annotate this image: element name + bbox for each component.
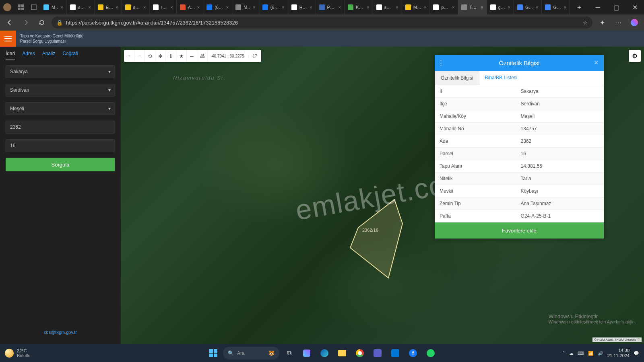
new-tab-button[interactable]: ＋: [570, 0, 588, 14]
browser-tab[interactable]: (6) F×: [259, 0, 288, 14]
weather-widget[interactable]: 22°C Bulutlu: [0, 348, 35, 358]
browser-tab[interactable]: Mic×: [40, 0, 67, 14]
map-settings-button[interactable]: ⚙: [629, 50, 641, 62]
tab-close-icon[interactable]: ×: [508, 5, 510, 10]
browser-tab[interactable]: rebl×: [150, 0, 177, 14]
tab-close-icon[interactable]: ×: [481, 5, 483, 10]
language-icon[interactable]: ⌨: [578, 351, 584, 356]
tab-close-icon[interactable]: ×: [143, 5, 146, 10]
copilot-taskbar-icon[interactable]: [299, 345, 315, 361]
browser-tab[interactable]: Rab×: [288, 0, 316, 14]
tab-close-icon[interactable]: ×: [282, 5, 284, 10]
tab-close-icon[interactable]: ×: [197, 5, 200, 10]
tab-close-icon[interactable]: ×: [339, 5, 341, 10]
browser-tab[interactable]: saka×: [373, 0, 402, 14]
refresh-button[interactable]: [35, 16, 48, 29]
browser-tab[interactable]: Mul×: [232, 0, 259, 14]
tab-close-icon[interactable]: ×: [226, 5, 229, 10]
chrome-icon[interactable]: [352, 345, 368, 361]
tab-close-icon[interactable]: ×: [424, 5, 426, 10]
browser-tab[interactable]: Meş×: [402, 0, 430, 14]
browser-tab[interactable]: sahi×: [122, 0, 150, 14]
tab-actions-icon[interactable]: [31, 4, 37, 10]
map-canvas[interactable]: ＋ － ⟲ ✥ ℹ ★ ─ 🖶 40.7941 ; 30.2275 17 ⚙ N…: [121, 47, 644, 344]
taskview-button[interactable]: ⧉: [281, 345, 297, 361]
subtab-cografi[interactable]: Coğrafi: [62, 51, 78, 60]
browser-tab[interactable]: Goo×: [542, 0, 570, 14]
tab-close-icon[interactable]: ×: [396, 5, 398, 10]
tab-close-icon[interactable]: ×: [310, 5, 312, 10]
subtab-idari[interactable]: İdari: [6, 51, 15, 60]
volume-icon[interactable]: 🔊: [598, 351, 603, 356]
favorite-map-button[interactable]: ★: [176, 50, 187, 62]
subtab-analiz[interactable]: Analiz: [42, 51, 56, 60]
popup-menu-icon[interactable]: ⋮: [438, 59, 444, 66]
info-button[interactable]: ℹ: [166, 50, 176, 62]
popup-close-icon[interactable]: ✕: [594, 59, 599, 66]
popup-tab-bina[interactable]: Bina/BB Listesi: [479, 71, 523, 85]
reset-view-button[interactable]: ⟲: [145, 50, 155, 62]
browser-tab[interactable]: (6) F×: [203, 0, 232, 14]
tab-close-icon[interactable]: ×: [253, 5, 255, 10]
address-bar[interactable]: 🔒 https://parselsorgu.tkgm.gov.tr/#ara/i…: [52, 16, 592, 29]
tab-close-icon[interactable]: ×: [564, 5, 566, 10]
tray-chevron-icon[interactable]: ˄: [563, 351, 565, 356]
pan-button[interactable]: ✥: [155, 50, 166, 62]
hamburger-menu[interactable]: [0, 31, 16, 47]
favorites-button[interactable]: ✦: [596, 16, 609, 29]
maximize-button[interactable]: ▢: [607, 0, 625, 14]
browser-tab[interactable]: TKG×: [458, 0, 487, 14]
system-tray[interactable]: ˄ ☁ ⌨ 📶 🔊 14:30 21.11.2024 💬: [558, 348, 644, 358]
add-favorites-button[interactable]: Favorilere ekle: [435, 222, 604, 239]
taskbar-clock[interactable]: 14:30 21.11.2024: [607, 348, 630, 358]
browser-tab[interactable]: sahi×: [67, 0, 95, 14]
zoom-out-button[interactable]: －: [134, 50, 145, 62]
browser-tab[interactable]: Goo×: [514, 0, 542, 14]
browser-tab[interactable]: goo×: [487, 0, 514, 14]
popup-header[interactable]: ⋮ Öznitelik Bilgisi ✕: [435, 55, 604, 71]
parcel-polygon[interactable]: [350, 200, 407, 280]
explorer-icon[interactable]: [334, 345, 350, 361]
copilot-button[interactable]: [628, 16, 641, 29]
browser-tab[interactable]: Eml×: [95, 0, 122, 14]
ada-input[interactable]: 2362: [6, 121, 115, 134]
tab-close-icon[interactable]: ×: [88, 5, 91, 10]
whatsapp-icon[interactable]: [423, 345, 439, 361]
menu-button[interactable]: ⋯: [612, 16, 625, 29]
sorgula-button[interactable]: Sorgula: [6, 158, 115, 171]
tab-close-icon[interactable]: ×: [116, 5, 118, 10]
start-button[interactable]: [205, 345, 221, 361]
edge-icon[interactable]: [316, 345, 332, 361]
il-select[interactable]: Sakarya▾: [6, 65, 115, 78]
ilce-select[interactable]: Serdivan▾: [6, 84, 115, 97]
print-button[interactable]: 🖶: [197, 50, 208, 62]
forward-button[interactable]: [19, 16, 32, 29]
facebook-icon[interactable]: f: [405, 345, 421, 361]
tab-close-icon[interactable]: ×: [367, 5, 369, 10]
taskbar-search[interactable]: 🔍Ara🐯: [223, 347, 279, 360]
browser-tab[interactable]: Pars×: [316, 0, 345, 14]
mahalle-select[interactable]: Meşeli▾: [6, 102, 115, 115]
tab-close-icon[interactable]: ×: [60, 5, 63, 10]
onedrive-icon[interactable]: ☁: [569, 351, 574, 356]
popup-tab-oznitelik[interactable]: Öznitelik Bilgisi: [435, 71, 479, 85]
close-window-button[interactable]: ✕: [625, 0, 644, 14]
profile-avatar[interactable]: [3, 3, 11, 11]
workspaces-icon[interactable]: [18, 4, 24, 10]
minimize-button[interactable]: ─: [588, 0, 607, 14]
browser-tab[interactable]: Kale×: [345, 0, 373, 14]
tab-close-icon[interactable]: ×: [170, 5, 173, 10]
wifi-icon[interactable]: 📶: [588, 351, 594, 356]
browser-tab[interactable]: Acil×: [177, 0, 204, 14]
back-button[interactable]: [3, 16, 16, 29]
tab-close-icon[interactable]: ×: [536, 5, 538, 10]
measure-button[interactable]: ─: [187, 50, 197, 62]
notifications-icon[interactable]: 💬: [634, 351, 639, 356]
contact-mail[interactable]: cbs@tkgm.gov.tr: [6, 324, 115, 340]
teams-icon[interactable]: [369, 345, 386, 361]
browser-tab[interactable]: pars×: [430, 0, 458, 14]
subtab-adres[interactable]: Adres: [22, 51, 35, 60]
tab-close-icon[interactable]: ×: [452, 5, 454, 10]
star-icon[interactable]: ☆: [583, 20, 588, 26]
outlook-icon[interactable]: [387, 345, 403, 361]
